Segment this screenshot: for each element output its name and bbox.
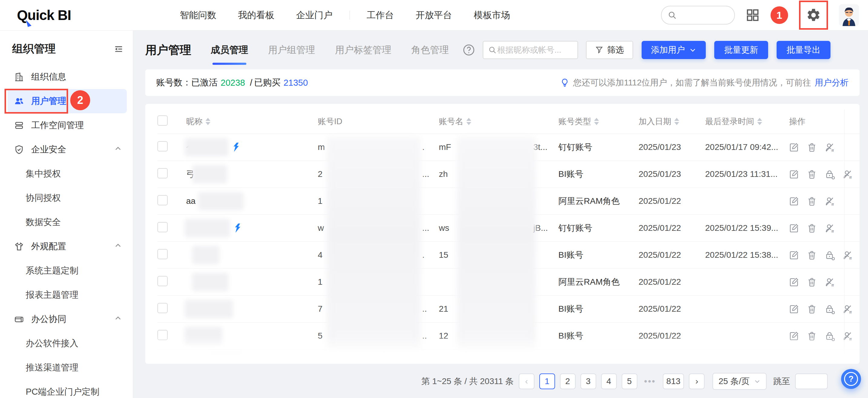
- delete-icon[interactable]: [807, 142, 817, 152]
- quickbi-logo[interactable]: Quick BI: [17, 8, 71, 22]
- remove-user-icon[interactable]: ff: [825, 277, 835, 287]
- page-button-5[interactable]: 5: [622, 373, 638, 389]
- bulk-update-button[interactable]: 批量更新: [714, 41, 768, 59]
- edit-icon[interactable]: [789, 250, 799, 260]
- reset-password-icon[interactable]: [825, 250, 835, 260]
- sidebar-item[interactable]: 组织信息: [7, 65, 127, 89]
- page-button-4[interactable]: 4: [601, 373, 617, 389]
- fixed-column-divider: [844, 109, 845, 364]
- table-search-input[interactable]: [497, 45, 574, 55]
- row-checkbox[interactable]: [157, 276, 168, 286]
- edit-icon[interactable]: [789, 223, 799, 233]
- dingtalk-icon: [231, 142, 241, 154]
- help-icon[interactable]: [463, 44, 475, 56]
- account-id-text: ..: [422, 304, 427, 314]
- last-login-time: 2025/01/22 15:38...: [705, 250, 789, 260]
- bulb-icon: [560, 78, 569, 88]
- add-user-button[interactable]: 添加用户: [642, 41, 706, 59]
- nav-item[interactable]: 开放平台: [416, 9, 452, 22]
- nav-item[interactable]: 工作台: [367, 9, 394, 22]
- user-analysis-link[interactable]: 用户分析: [815, 77, 849, 88]
- edit-icon[interactable]: [789, 169, 799, 179]
- sidebar-item-label: 推送渠道管理: [26, 362, 79, 374]
- next-page-button[interactable]: ›: [689, 373, 705, 389]
- account-id-text: 2: [318, 169, 322, 179]
- sidebar-item[interactable]: 工作空间管理: [7, 113, 127, 138]
- nav-item[interactable]: 我的看板: [238, 9, 275, 22]
- remove-user-icon[interactable]: ff: [825, 196, 835, 206]
- chevron-up-icon[interactable]: [114, 144, 123, 155]
- global-search-input[interactable]: [677, 10, 720, 20]
- collapse-sidebar-icon[interactable]: [114, 44, 124, 54]
- search-icon: [668, 10, 677, 20]
- jump-page-input[interactable]: [795, 373, 828, 389]
- page-button-813[interactable]: 813: [663, 373, 684, 389]
- select-all-checkbox[interactable]: [157, 115, 168, 126]
- reset-password-icon[interactable]: [825, 304, 835, 314]
- user-avatar[interactable]: [839, 4, 859, 26]
- tab-角色管理[interactable]: 角色管理: [411, 39, 449, 61]
- filter-button[interactable]: 筛选: [586, 41, 633, 59]
- table-search[interactable]: [483, 41, 578, 59]
- row-checkbox[interactable]: [157, 168, 168, 178]
- sidebar-item[interactable]: 外观配置: [7, 234, 127, 259]
- edit-icon[interactable]: [789, 196, 799, 206]
- gear-icon[interactable]: [806, 7, 821, 23]
- row-checkbox[interactable]: [157, 222, 168, 232]
- delete-icon[interactable]: [807, 277, 817, 287]
- chevron-up-icon[interactable]: [114, 314, 123, 325]
- page-button-2[interactable]: 2: [560, 373, 576, 389]
- row-checkbox[interactable]: [157, 249, 168, 259]
- chevron-up-icon[interactable]: [114, 241, 123, 252]
- sidebar-item[interactable]: 报表主题管理: [7, 283, 127, 307]
- sort-icon[interactable]: [757, 118, 762, 125]
- page-size-select[interactable]: 25 条/页: [712, 373, 767, 390]
- sidebar-item[interactable]: 协同授权: [7, 186, 127, 210]
- delete-icon[interactable]: [807, 223, 817, 233]
- edit-icon[interactable]: [789, 142, 799, 152]
- sidebar-item[interactable]: 集中授权: [7, 162, 127, 186]
- delete-icon[interactable]: [807, 250, 817, 260]
- page-button-3[interactable]: 3: [581, 373, 596, 389]
- sidebar-item[interactable]: 用户管理2: [7, 89, 127, 113]
- delete-icon[interactable]: [807, 196, 817, 206]
- row-checkbox[interactable]: [157, 195, 168, 205]
- global-search[interactable]: [661, 6, 735, 25]
- page-button-1[interactable]: 1: [539, 373, 555, 389]
- row-checkbox[interactable]: [157, 141, 168, 151]
- sidebar-item[interactable]: 办公软件接入: [7, 331, 127, 356]
- tab-用户标签管理[interactable]: 用户标签管理: [335, 39, 391, 61]
- nav-item[interactable]: 模板市场: [474, 9, 510, 22]
- sidebar-item[interactable]: 企业安全: [7, 138, 127, 162]
- tab-成员管理[interactable]: 成员管理: [211, 39, 248, 61]
- account-id-text: w: [318, 223, 324, 233]
- row-checkbox[interactable]: [157, 303, 168, 313]
- edit-icon[interactable]: [789, 277, 799, 287]
- sort-icon[interactable]: [594, 118, 599, 125]
- sidebar-item[interactable]: 办公协同: [7, 307, 127, 331]
- delete-icon[interactable]: [807, 169, 817, 179]
- sort-icon[interactable]: [206, 118, 210, 125]
- remove-user-icon[interactable]: ff: [825, 223, 835, 233]
- sidebar-item[interactable]: 推送渠道管理: [7, 356, 127, 380]
- nav-item[interactable]: 智能问数: [180, 9, 216, 22]
- prev-page-button[interactable]: ‹: [519, 373, 534, 389]
- sidebar-item[interactable]: 数据安全: [7, 210, 127, 234]
- app-grid-icon[interactable]: [746, 8, 760, 22]
- account-id-text: m: [318, 142, 325, 152]
- remove-user-icon[interactable]: ff: [825, 142, 835, 152]
- edit-icon[interactable]: [789, 304, 799, 314]
- sidebar-item[interactable]: PC端企业门户定制: [7, 380, 127, 398]
- tab-用户组管理[interactable]: 用户组管理: [268, 39, 315, 61]
- sort-icon[interactable]: [674, 118, 679, 125]
- redaction-blur-nickname: [185, 300, 233, 318]
- sort-icon[interactable]: [466, 118, 471, 125]
- reset-password-icon[interactable]: [825, 169, 835, 179]
- sidebar-item[interactable]: 系统主题定制: [7, 259, 127, 283]
- bulk-export-button[interactable]: 批量导出: [777, 41, 831, 59]
- bulk-export-label: 批量导出: [786, 44, 820, 56]
- nav-item[interactable]: 企业门户: [296, 9, 333, 22]
- sidebar-item-label: 组织信息: [31, 71, 66, 83]
- delete-icon[interactable]: [807, 304, 817, 314]
- help-fab-button[interactable]: ?: [841, 369, 861, 389]
